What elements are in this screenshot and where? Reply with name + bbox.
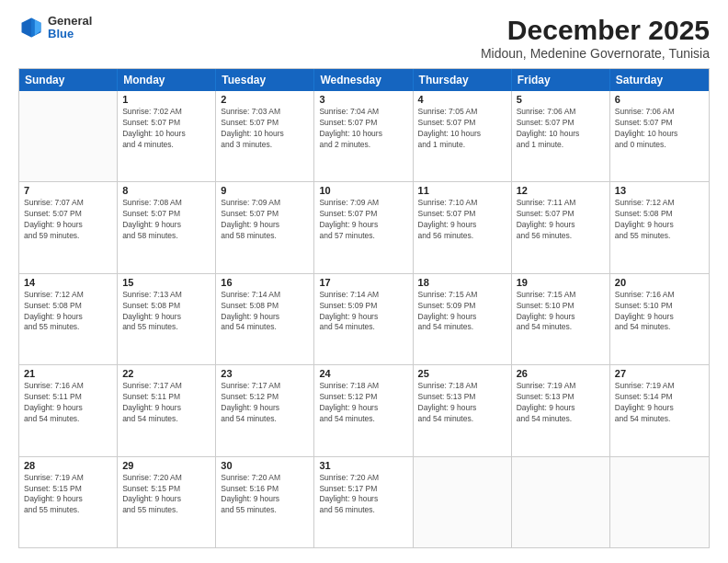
- day-number: 19: [517, 277, 605, 288]
- cal-header-friday: Friday: [512, 69, 610, 91]
- logo-general-text: General: [48, 15, 92, 28]
- day-info: Sunrise: 7:17 AM Sunset: 5:11 PM Dayligh…: [122, 381, 210, 425]
- title-block: December 2025 Midoun, Medenine Governora…: [481, 15, 710, 61]
- day-info: Sunrise: 7:09 AM Sunset: 5:07 PM Dayligh…: [221, 198, 309, 242]
- day-info: Sunrise: 7:04 AM Sunset: 5:07 PM Dayligh…: [319, 107, 407, 151]
- cal-day-3: 3Sunrise: 7:04 AM Sunset: 5:07 PM Daylig…: [314, 91, 413, 181]
- day-number: 21: [24, 368, 112, 379]
- cal-day-30: 30Sunrise: 7:20 AM Sunset: 5:16 PM Dayli…: [216, 457, 314, 547]
- day-info: Sunrise: 7:14 AM Sunset: 5:09 PM Dayligh…: [319, 290, 407, 334]
- cal-day-12: 12Sunrise: 7:11 AM Sunset: 5:07 PM Dayli…: [512, 182, 610, 272]
- cal-day-16: 16Sunrise: 7:14 AM Sunset: 5:08 PM Dayli…: [216, 274, 314, 364]
- day-info: Sunrise: 7:11 AM Sunset: 5:07 PM Dayligh…: [517, 198, 605, 242]
- day-info: Sunrise: 7:12 AM Sunset: 5:08 PM Dayligh…: [615, 198, 704, 242]
- cal-day-11: 11Sunrise: 7:10 AM Sunset: 5:07 PM Dayli…: [414, 182, 512, 272]
- day-number: 4: [418, 94, 506, 105]
- cal-header-tuesday: Tuesday: [216, 69, 314, 91]
- logo-icon: [18, 15, 44, 40]
- day-info: Sunrise: 7:20 AM Sunset: 5:17 PM Dayligh…: [319, 473, 407, 517]
- cal-day-empty: [19, 91, 118, 181]
- day-info: Sunrise: 7:19 AM Sunset: 5:13 PM Dayligh…: [517, 381, 605, 425]
- day-info: Sunrise: 7:13 AM Sunset: 5:08 PM Dayligh…: [122, 290, 210, 334]
- day-number: 5: [517, 94, 605, 105]
- calendar-body: 1Sunrise: 7:02 AM Sunset: 5:07 PM Daylig…: [19, 91, 709, 547]
- cal-header-saturday: Saturday: [610, 69, 709, 91]
- cal-day-28: 28Sunrise: 7:19 AM Sunset: 5:15 PM Dayli…: [19, 457, 118, 547]
- day-number: 31: [319, 460, 407, 471]
- cal-day-27: 27Sunrise: 7:19 AM Sunset: 5:14 PM Dayli…: [610, 365, 709, 455]
- cal-day-15: 15Sunrise: 7:13 AM Sunset: 5:08 PM Dayli…: [118, 274, 216, 364]
- day-number: 25: [418, 368, 506, 379]
- cal-day-10: 10Sunrise: 7:09 AM Sunset: 5:07 PM Dayli…: [314, 182, 413, 272]
- day-number: 26: [517, 368, 605, 379]
- day-info: Sunrise: 7:16 AM Sunset: 5:11 PM Dayligh…: [24, 381, 112, 425]
- cal-day-19: 19Sunrise: 7:15 AM Sunset: 5:10 PM Dayli…: [512, 274, 610, 364]
- cal-day-8: 8Sunrise: 7:08 AM Sunset: 5:07 PM Daylig…: [118, 182, 216, 272]
- day-info: Sunrise: 7:15 AM Sunset: 5:10 PM Dayligh…: [517, 290, 605, 334]
- cal-day-26: 26Sunrise: 7:19 AM Sunset: 5:13 PM Dayli…: [512, 365, 610, 455]
- day-info: Sunrise: 7:14 AM Sunset: 5:08 PM Dayligh…: [221, 290, 309, 334]
- cal-day-22: 22Sunrise: 7:17 AM Sunset: 5:11 PM Dayli…: [118, 365, 216, 455]
- day-info: Sunrise: 7:05 AM Sunset: 5:07 PM Dayligh…: [418, 107, 506, 151]
- day-info: Sunrise: 7:18 AM Sunset: 5:13 PM Dayligh…: [418, 381, 506, 425]
- calendar-week-2: 7Sunrise: 7:07 AM Sunset: 5:07 PM Daylig…: [19, 182, 709, 273]
- cal-day-18: 18Sunrise: 7:15 AM Sunset: 5:09 PM Dayli…: [414, 274, 512, 364]
- day-info: Sunrise: 7:19 AM Sunset: 5:15 PM Dayligh…: [24, 473, 112, 517]
- cal-header-wednesday: Wednesday: [314, 69, 413, 91]
- day-number: 17: [319, 277, 407, 288]
- cal-day-5: 5Sunrise: 7:06 AM Sunset: 5:07 PM Daylig…: [512, 91, 610, 181]
- header: General Blue December 2025 Midoun, Meden…: [18, 15, 710, 61]
- day-info: Sunrise: 7:18 AM Sunset: 5:12 PM Dayligh…: [319, 381, 407, 425]
- cal-day-17: 17Sunrise: 7:14 AM Sunset: 5:09 PM Dayli…: [314, 274, 413, 364]
- cal-header-thursday: Thursday: [414, 69, 512, 91]
- day-info: Sunrise: 7:17 AM Sunset: 5:12 PM Dayligh…: [221, 381, 309, 425]
- day-number: 2: [221, 94, 309, 105]
- cal-day-23: 23Sunrise: 7:17 AM Sunset: 5:12 PM Dayli…: [216, 365, 314, 455]
- subtitle: Midoun, Medenine Governorate, Tunisia: [481, 46, 710, 61]
- day-number: 27: [615, 368, 704, 379]
- cal-day-21: 21Sunrise: 7:16 AM Sunset: 5:11 PM Dayli…: [19, 365, 118, 455]
- logo-blue-text: Blue: [48, 28, 92, 40]
- page: General Blue December 2025 Midoun, Meden…: [0, 0, 728, 563]
- cal-header-monday: Monday: [118, 69, 216, 91]
- calendar: SundayMondayTuesdayWednesdayThursdayFrid…: [18, 68, 710, 548]
- day-info: Sunrise: 7:06 AM Sunset: 5:07 PM Dayligh…: [517, 107, 605, 151]
- cal-day-13: 13Sunrise: 7:12 AM Sunset: 5:08 PM Dayli…: [610, 182, 709, 272]
- day-info: Sunrise: 7:16 AM Sunset: 5:10 PM Dayligh…: [615, 290, 704, 334]
- day-number: 6: [615, 94, 704, 105]
- cal-day-31: 31Sunrise: 7:20 AM Sunset: 5:17 PM Dayli…: [314, 457, 413, 547]
- day-number: 8: [122, 185, 210, 196]
- day-info: Sunrise: 7:20 AM Sunset: 5:15 PM Dayligh…: [122, 473, 210, 517]
- logo: General Blue: [18, 15, 92, 41]
- day-info: Sunrise: 7:19 AM Sunset: 5:14 PM Dayligh…: [615, 381, 704, 425]
- day-info: Sunrise: 7:08 AM Sunset: 5:07 PM Dayligh…: [122, 198, 210, 242]
- cal-day-4: 4Sunrise: 7:05 AM Sunset: 5:07 PM Daylig…: [414, 91, 512, 181]
- day-info: Sunrise: 7:20 AM Sunset: 5:16 PM Dayligh…: [221, 473, 309, 517]
- cal-header-sunday: Sunday: [19, 69, 118, 91]
- day-number: 24: [319, 368, 407, 379]
- day-number: 9: [221, 185, 309, 196]
- calendar-week-4: 21Sunrise: 7:16 AM Sunset: 5:11 PM Dayli…: [19, 365, 709, 456]
- day-number: 16: [221, 277, 309, 288]
- day-number: 7: [24, 185, 112, 196]
- cal-day-14: 14Sunrise: 7:12 AM Sunset: 5:08 PM Dayli…: [19, 274, 118, 364]
- day-number: 10: [319, 185, 407, 196]
- cal-day-empty: [414, 457, 512, 547]
- calendar-week-1: 1Sunrise: 7:02 AM Sunset: 5:07 PM Daylig…: [19, 91, 709, 182]
- cal-day-empty: [610, 457, 709, 547]
- cal-day-2: 2Sunrise: 7:03 AM Sunset: 5:07 PM Daylig…: [216, 91, 314, 181]
- logo-text: General Blue: [48, 15, 92, 41]
- main-title: December 2025: [481, 15, 710, 46]
- day-info: Sunrise: 7:07 AM Sunset: 5:07 PM Dayligh…: [24, 198, 112, 242]
- cal-day-7: 7Sunrise: 7:07 AM Sunset: 5:07 PM Daylig…: [19, 182, 118, 272]
- day-number: 13: [615, 185, 704, 196]
- calendar-week-5: 28Sunrise: 7:19 AM Sunset: 5:15 PM Dayli…: [19, 457, 709, 547]
- day-number: 29: [122, 460, 210, 471]
- cal-day-20: 20Sunrise: 7:16 AM Sunset: 5:10 PM Dayli…: [610, 274, 709, 364]
- svg-marker-2: [31, 18, 35, 38]
- day-info: Sunrise: 7:03 AM Sunset: 5:07 PM Dayligh…: [221, 107, 309, 151]
- day-number: 30: [221, 460, 309, 471]
- day-info: Sunrise: 7:02 AM Sunset: 5:07 PM Dayligh…: [122, 107, 210, 151]
- cal-day-25: 25Sunrise: 7:18 AM Sunset: 5:13 PM Dayli…: [414, 365, 512, 455]
- day-info: Sunrise: 7:10 AM Sunset: 5:07 PM Dayligh…: [418, 198, 506, 242]
